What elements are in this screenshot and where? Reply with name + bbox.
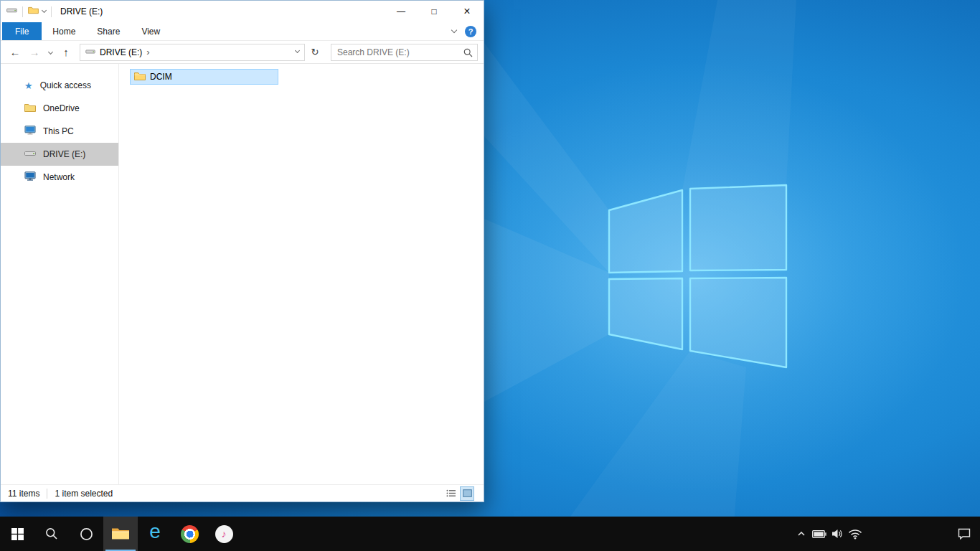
drive-icon <box>24 149 36 160</box>
start-button[interactable] <box>0 517 34 551</box>
desktop: DRIVE (E:) — □ × File Home Share View ? … <box>0 0 980 551</box>
help-button[interactable]: ? <box>465 26 476 37</box>
navigation-pane: ★ Quick access OneDrive This PC <box>1 64 119 484</box>
items-count: 11 items <box>8 489 39 499</box>
battery-button[interactable] <box>810 517 828 551</box>
sidebar-item-label: Network <box>43 172 75 182</box>
maximize-button[interactable]: □ <box>418 1 451 22</box>
tab-home[interactable]: Home <box>42 22 86 40</box>
clock-area <box>864 517 948 551</box>
taskbar: e ♪ <box>0 517 980 551</box>
action-center-button[interactable] <box>948 517 980 551</box>
file-item-dcim[interactable]: DCIM <box>130 69 278 85</box>
close-button[interactable]: × <box>451 1 484 22</box>
minimize-button[interactable]: — <box>385 1 418 22</box>
sidebar-item-network[interactable]: Network <box>1 166 118 189</box>
this-pc-icon <box>24 126 36 137</box>
star-icon: ★ <box>24 81 33 90</box>
sidebar-item-label: Quick access <box>40 80 91 90</box>
tab-share[interactable]: Share <box>86 22 131 40</box>
battery-icon <box>812 530 826 538</box>
sidebar-item-label: DRIVE (E:) <box>43 149 85 159</box>
quick-access-folder-icon[interactable] <box>28 6 39 17</box>
wifi-icon <box>848 528 862 540</box>
internet-explorer-icon: e <box>149 522 161 542</box>
window-controls: — □ × <box>385 1 484 22</box>
file-explorer-window: DRIVE (E:) — □ × File Home Share View ? … <box>0 0 484 502</box>
status-bar: 11 items 1 item selected <box>1 484 484 501</box>
details-view-button[interactable] <box>444 487 457 500</box>
forward-button[interactable]: → <box>26 46 43 58</box>
divider <box>47 489 47 499</box>
internet-explorer-button[interactable]: e <box>138 517 172 551</box>
window-drive-icon <box>6 6 17 17</box>
expand-ribbon-chevron-icon[interactable] <box>451 27 457 32</box>
itunes-button[interactable]: ♪ <box>207 517 241 551</box>
volume-button[interactable] <box>828 517 846 551</box>
system-tray <box>792 517 980 551</box>
selection-count: 1 item selected <box>55 489 113 499</box>
main-area: ★ Quick access OneDrive This PC <box>1 64 484 484</box>
divider <box>51 6 52 17</box>
divider <box>22 6 23 17</box>
sidebar-item-label: This PC <box>43 126 74 136</box>
sidebar-item-quick-access[interactable]: ★ Quick access <box>1 74 118 97</box>
search-icon <box>45 527 58 540</box>
chevron-up-icon <box>798 532 805 536</box>
speaker-icon <box>831 529 843 539</box>
chrome-icon <box>181 525 199 543</box>
search-box <box>331 44 478 61</box>
file-explorer-icon <box>111 527 130 541</box>
breadcrumb[interactable]: DRIVE (E:) <box>100 47 142 57</box>
recent-locations-chevron-icon[interactable] <box>45 47 55 57</box>
sidebar-item-this-pc[interactable]: This PC <box>1 120 118 143</box>
taskbar-file-explorer-button[interactable] <box>103 517 138 551</box>
action-center-icon <box>958 528 971 540</box>
sidebar-item-onedrive[interactable]: OneDrive <box>1 97 118 120</box>
chrome-button[interactable] <box>172 517 207 551</box>
refresh-button[interactable]: ↻ <box>307 47 323 57</box>
windows-start-icon <box>11 528 24 540</box>
back-button[interactable]: ← <box>6 46 24 58</box>
navigation-bar: ← → ↑ DRIVE (E:) › ↻ <box>1 41 484 64</box>
large-icons-view-button[interactable] <box>461 487 473 500</box>
titlebar[interactable]: DRIVE (E:) — □ × <box>1 1 484 22</box>
search-input[interactable] <box>331 44 477 60</box>
file-item-label: DCIM <box>150 72 172 82</box>
cortana-icon <box>80 527 93 541</box>
address-bar[interactable]: DRIVE (E:) › <box>80 44 305 61</box>
sidebar-item-label: OneDrive <box>43 103 80 113</box>
quick-access-toolbar-chevron-icon[interactable] <box>42 7 47 12</box>
file-list[interactable]: DCIM <box>119 64 484 484</box>
onedrive-icon <box>24 103 36 114</box>
address-dropdown-chevron-icon[interactable] <box>295 48 300 53</box>
folder-icon <box>134 72 146 83</box>
breadcrumb-chevron-icon[interactable]: › <box>146 47 149 57</box>
network-icon <box>24 171 36 183</box>
hidden-icons-button[interactable] <box>792 517 810 551</box>
taskbar-search-button[interactable] <box>34 517 69 551</box>
address-drive-icon <box>85 47 95 57</box>
network-button[interactable] <box>846 517 864 551</box>
itunes-icon: ♪ <box>215 525 233 543</box>
ribbon-tab-bar: File Home Share View ? <box>1 22 484 41</box>
tab-view[interactable]: View <box>131 22 171 40</box>
window-title: DRIVE (E:) <box>60 6 103 17</box>
tab-file[interactable]: File <box>2 22 42 40</box>
cortana-button[interactable] <box>69 517 103 551</box>
up-button[interactable]: ↑ <box>57 46 75 58</box>
sidebar-item-drive-e[interactable]: DRIVE (E:) <box>1 143 118 166</box>
